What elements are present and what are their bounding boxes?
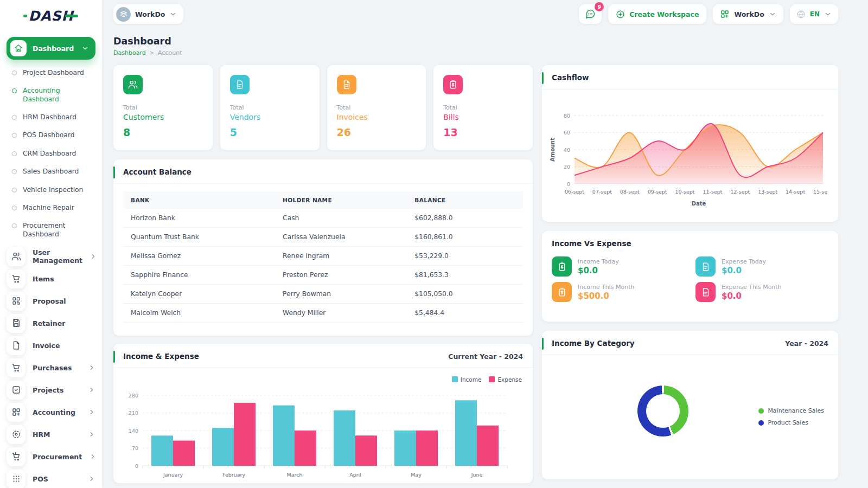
breadcrumb-current: Account (158, 49, 182, 56)
app-root: DASH Dashboard Project Dashboard Account… (0, 0, 868, 488)
file-invoice-icon (337, 75, 356, 94)
ivse-item-expense-today: Expense Today $0.0 (695, 256, 828, 277)
sidebar-subitem-sales-dashboard[interactable]: Sales Dashboard (12, 163, 99, 181)
circle-icon (12, 70, 17, 75)
circle-icon (12, 88, 17, 93)
create-workspace-button[interactable]: Create Workspace (608, 4, 706, 24)
right-column: Cashflow 02040608006-sept07-sept08-sept0… (542, 65, 838, 483)
workspace-name: WorkDo (135, 10, 165, 18)
income-by-category-card: Income By Category Year - 2024 Maintenan… (542, 331, 838, 479)
legend-dot (758, 420, 764, 426)
sidebar-subitem-pos-dashboard[interactable]: POS Dashboard (12, 126, 99, 144)
chevron-down-icon (824, 10, 832, 18)
main-content: WorkDo 9 Create Workspace WorkDo (102, 0, 868, 488)
cashflow-title: Cashflow (552, 73, 589, 82)
stat-value: 13 (443, 126, 523, 138)
page-head: Dashboard Dashboard > Account (113, 36, 838, 56)
circle-icon (12, 223, 17, 228)
sidebar-item-pos[interactable]: POS (7, 468, 95, 488)
sidebar-item-accounting[interactable]: Accounting (7, 401, 95, 423)
chevron-right-icon (88, 408, 95, 416)
svg-text:June: June (471, 472, 483, 478)
stat-card-bills: Total Bills 13 (433, 65, 533, 150)
target-icon (7, 425, 25, 444)
svg-text:0: 0 (135, 463, 138, 469)
stat-card-vendors: Total Vendors 5 (220, 65, 320, 150)
circle-icon (12, 188, 17, 192)
svg-text:140: 140 (129, 428, 138, 434)
income-vs-expense-grid: Income Today $0.0 Expense Today $0.0 Inc… (542, 249, 838, 311)
home-icon (10, 40, 27, 56)
left-column: Total Customers 8 Total Vendors 5 Total … (113, 65, 533, 483)
legend-item-maintenance-sales: Maintenance Sales (758, 407, 824, 414)
sidebar-subitem-hrm-dashboard[interactable]: HRM Dashboard (12, 108, 99, 126)
sidebar-subitem-vehicle-inspection[interactable]: Vehicle Inspection (12, 181, 99, 199)
stat-value: 26 (337, 126, 417, 138)
sidebar-item-user-management[interactable]: User Management (7, 246, 95, 268)
file-note-icon (695, 256, 716, 277)
table-row: Quantum Trust BankCarissa Valenzuela$160… (123, 228, 523, 247)
account-balance-table: BANKHOLDER NAMEBALANCE Horizon BankCash$… (123, 191, 523, 323)
circle-icon (12, 115, 17, 120)
table-row: Melissa GomezRenee Ingram$53,229.0 (123, 247, 523, 266)
users-icon (7, 247, 25, 266)
svg-text:11-sept: 11-sept (703, 189, 722, 195)
qr-icon (7, 292, 25, 311)
svg-text:07-sept: 07-sept (592, 189, 612, 195)
sidebar-subitem-crm-dashboard[interactable]: CRM Dashboard (12, 145, 99, 163)
chevron-right-icon (88, 475, 95, 483)
sidebar-item-proposal[interactable]: Proposal (7, 290, 95, 312)
sidebar-subitem-machine-repair[interactable]: Machine Repair (12, 199, 99, 217)
income-by-category-subtitle: Year - 2024 (785, 339, 828, 348)
cart-icon (7, 358, 25, 377)
sidebar-item-dashboard[interactable]: Dashboard (7, 37, 95, 60)
app-logo[interactable]: DASH (0, 3, 102, 28)
workspace-switcher[interactable]: WorkDo (113, 4, 183, 24)
stat-card-customers: Total Customers 8 (113, 65, 213, 150)
messages-button[interactable]: 9 (579, 4, 602, 24)
chevron-right-icon (88, 386, 95, 394)
sidebar-item-items[interactable]: Items (7, 268, 95, 290)
table-row: Horizon BankCash$602,888.0 (123, 209, 523, 228)
breadcrumb-link-dashboard[interactable]: Dashboard (113, 49, 146, 56)
sidebar-subitem-project-dashboard[interactable]: Project Dashboard (12, 64, 99, 82)
svg-text:210: 210 (129, 410, 138, 416)
users-icon (123, 75, 143, 94)
cart-return-icon (7, 447, 25, 466)
stat-value: 8 (123, 126, 203, 138)
circle-icon (12, 151, 17, 156)
income-expense-bar-chart: 070140210280JanuaryFebruaryMarchAprilMay… (113, 368, 533, 486)
income-by-category-title: Income By Category (552, 339, 635, 348)
sidebar-subitem-procurement-dashboard[interactable]: Procurement Dashboard (12, 217, 99, 243)
sidebar-item-procurement[interactable]: Procurement (7, 446, 95, 468)
cashflow-area-chart: 02040608006-sept07-sept08-sept09-sept10-… (542, 89, 838, 218)
svg-text:January: January (163, 472, 183, 478)
sidebar-item-hrm[interactable]: HRM (7, 423, 95, 446)
sidebar-subitem-accounting-dashboard[interactable]: Accounting Dashboard (12, 82, 99, 108)
svg-text:20: 20 (564, 164, 570, 170)
topbar-actions: 9 Create Workspace WorkDo EN (579, 4, 838, 24)
sidebar-item-invoice[interactable]: Invoice (7, 335, 95, 357)
globe-icon (796, 10, 806, 19)
breadcrumb-separator: > (150, 50, 154, 56)
ivse-item-expense-this-month: Expense This Month $0.0 (695, 282, 828, 302)
sidebar-item-purchases[interactable]: Purchases (7, 357, 95, 379)
svg-text:60: 60 (564, 130, 570, 136)
file-note-icon (230, 75, 250, 94)
svg-text:09-sept: 09-sept (648, 189, 667, 195)
svg-text:May: May (411, 472, 422, 478)
sidebar-item-retainer[interactable]: Retainer (7, 312, 95, 335)
language-selector[interactable]: EN (790, 4, 838, 24)
language-label: EN (810, 10, 820, 18)
breadcrumb: Dashboard > Account (113, 49, 838, 56)
income-vs-expense-card: Income Vs Expense Income Today $0.0 Expe… (542, 231, 838, 322)
grid-plus-icon (7, 403, 25, 422)
income-expense-title: Income & Expense (123, 352, 199, 361)
svg-text:Date: Date (692, 201, 706, 207)
topbar: WorkDo 9 Create Workspace WorkDo (113, 4, 838, 24)
sidebar-item-projects[interactable]: Projects (7, 379, 95, 401)
sidebar: DASH Dashboard Project Dashboard Account… (0, 0, 102, 488)
workdo-menu-button[interactable]: WorkDo (713, 4, 783, 24)
circle-icon (12, 206, 17, 210)
bar-chart-legend: Income Expense (452, 376, 522, 383)
